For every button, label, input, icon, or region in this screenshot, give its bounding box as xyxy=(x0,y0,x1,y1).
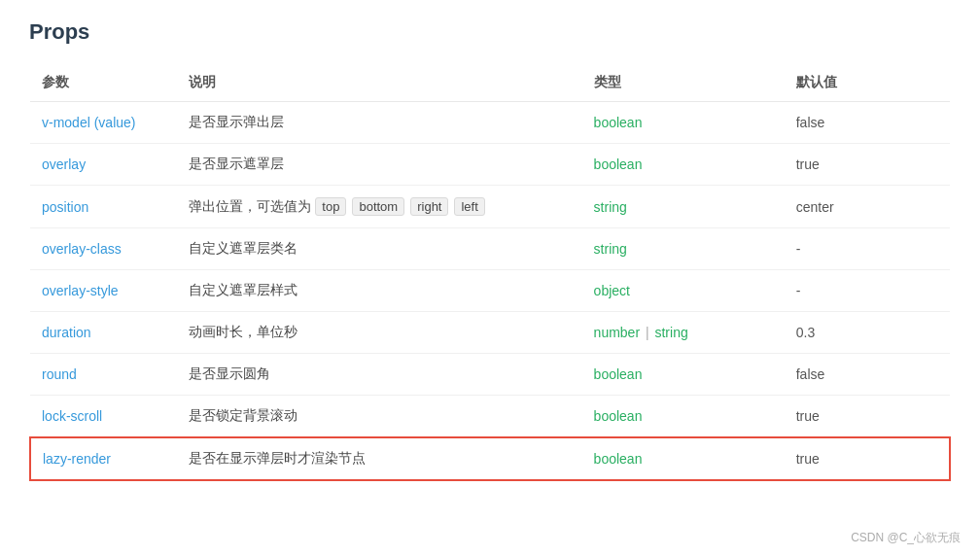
header-default: 默认值 xyxy=(785,64,950,102)
desc-badge: right xyxy=(410,197,448,216)
cell-param: position xyxy=(30,186,177,228)
table-row: overlay-class自定义遮罩层类名string- xyxy=(30,228,950,270)
desc-badge: top xyxy=(315,197,346,216)
cell-type: string xyxy=(582,228,785,270)
default-value: - xyxy=(796,241,801,257)
table-row: duration动画时长，单位秒number | string0.3 xyxy=(30,312,950,354)
cell-param: v-model (value) xyxy=(30,102,177,144)
cell-type: boolean xyxy=(582,102,785,144)
cell-type: boolean xyxy=(582,396,785,438)
type-value: boolean xyxy=(594,156,643,172)
default-value: center xyxy=(796,199,834,215)
param-name: overlay xyxy=(42,156,86,172)
default-value: - xyxy=(796,283,801,298)
desc-inline: 弹出位置，可选值为topbottomrightleft xyxy=(189,197,570,216)
param-name: overlay-style xyxy=(42,283,119,298)
cell-default: - xyxy=(785,228,950,270)
param-name: lazy-render xyxy=(43,451,111,467)
type-separator: | xyxy=(642,325,652,340)
cell-desc: 是否在显示弹层时才渲染节点 xyxy=(177,437,581,480)
type-value: boolean xyxy=(594,408,643,424)
param-name: v-model (value) xyxy=(42,115,135,130)
cell-default: false xyxy=(785,354,950,396)
cell-type: boolean xyxy=(582,354,785,396)
cell-param: overlay-style xyxy=(30,270,177,312)
default-value: 0.3 xyxy=(796,325,815,340)
default-value: false xyxy=(796,115,825,130)
table-row: overlay-style自定义遮罩层样式object- xyxy=(30,270,950,312)
desc-badge: left xyxy=(454,197,484,216)
props-table: 参数 说明 类型 默认值 v-model (value)是否显示弹出层boole… xyxy=(29,64,951,481)
cell-type: object xyxy=(582,270,785,312)
default-value: false xyxy=(796,366,825,382)
cell-desc: 是否显示遮罩层 xyxy=(177,144,581,186)
cell-default: true xyxy=(785,437,950,480)
cell-type: number | string xyxy=(582,312,785,354)
cell-param: lock-scroll xyxy=(30,396,177,438)
type-value: string xyxy=(594,241,627,257)
type-value: boolean xyxy=(594,451,643,467)
cell-desc: 弹出位置，可选值为topbottomrightleft xyxy=(177,186,581,228)
default-value: true xyxy=(796,156,820,172)
param-name: overlay-class xyxy=(42,241,122,257)
cell-type: boolean xyxy=(582,144,785,186)
header-param: 参数 xyxy=(30,64,177,102)
cell-desc: 自定义遮罩层类名 xyxy=(177,228,581,270)
desc-prefix: 弹出位置，可选值为 xyxy=(189,198,311,216)
cell-default: true xyxy=(785,396,950,438)
cell-param: overlay xyxy=(30,144,177,186)
type-value: boolean xyxy=(594,115,643,130)
default-value: true xyxy=(796,451,820,467)
cell-type: boolean xyxy=(582,437,785,480)
param-name: duration xyxy=(42,325,91,340)
table-row: v-model (value)是否显示弹出层booleanfalse xyxy=(30,102,950,144)
param-name: lock-scroll xyxy=(42,408,102,424)
table-row: round是否显示圆角booleanfalse xyxy=(30,354,950,396)
type-value: object xyxy=(594,283,630,298)
type-value: number | string xyxy=(594,325,688,340)
table-row: overlay是否显示遮罩层booleantrue xyxy=(30,144,950,186)
cell-desc: 是否显示弹出层 xyxy=(177,102,581,144)
cell-type: string xyxy=(582,186,785,228)
header-type: 类型 xyxy=(582,64,785,102)
header-desc: 说明 xyxy=(177,64,581,102)
desc-badge: bottom xyxy=(352,197,404,216)
cell-param: lazy-render xyxy=(30,437,177,480)
table-row: lazy-render是否在显示弹层时才渲染节点booleantrue xyxy=(30,437,950,480)
param-name: round xyxy=(42,366,77,382)
cell-default: true xyxy=(785,144,950,186)
cell-default: 0.3 xyxy=(785,312,950,354)
param-name: position xyxy=(42,199,88,215)
default-value: true xyxy=(796,408,820,424)
cell-param: round xyxy=(30,354,177,396)
page-title: Props xyxy=(29,19,951,45)
cell-desc: 动画时长，单位秒 xyxy=(177,312,581,354)
table-row: lock-scroll是否锁定背景滚动booleantrue xyxy=(30,396,950,438)
table-header-row: 参数 说明 类型 默认值 xyxy=(30,64,950,102)
cell-desc: 是否锁定背景滚动 xyxy=(177,396,581,438)
cell-param: overlay-class xyxy=(30,228,177,270)
table-row: position弹出位置，可选值为topbottomrightleftstrin… xyxy=(30,186,950,228)
cell-default: center xyxy=(785,186,950,228)
type-value: boolean xyxy=(594,366,643,382)
type-value: string xyxy=(594,199,627,215)
cell-desc: 是否显示圆角 xyxy=(177,354,581,396)
cell-default: - xyxy=(785,270,950,312)
cell-desc: 自定义遮罩层样式 xyxy=(177,270,581,312)
cell-default: false xyxy=(785,102,950,144)
cell-param: duration xyxy=(30,312,177,354)
